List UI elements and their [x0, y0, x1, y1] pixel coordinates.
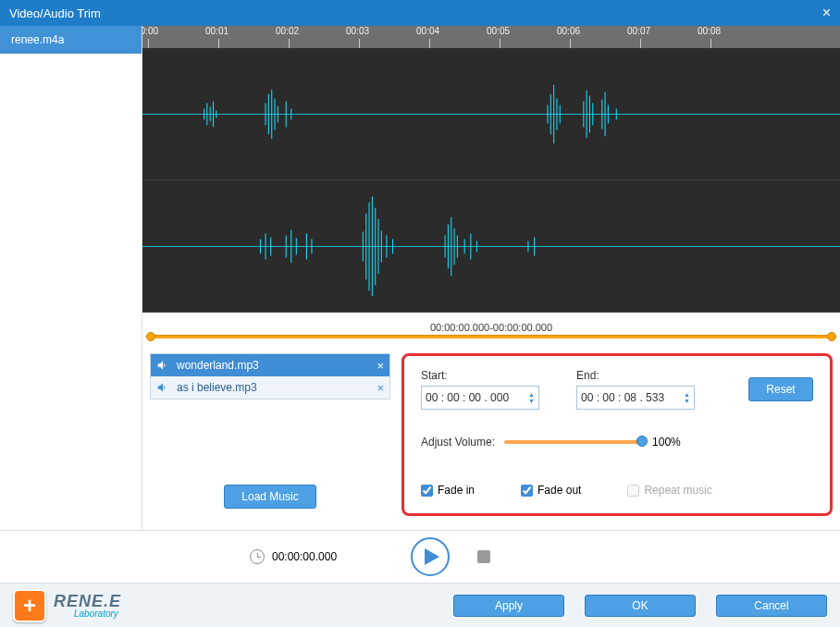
- fade-out-input[interactable]: [521, 485, 533, 497]
- speaker-icon: [156, 359, 169, 372]
- speaker-icon: [156, 381, 169, 394]
- waveform-channel-left: [142, 48, 840, 180]
- svg-marker-52: [425, 548, 439, 565]
- playback-time: 00:00:00.000: [272, 550, 337, 563]
- music-item[interactable]: as i believe.mp3 ×: [151, 376, 389, 399]
- end-time-input[interactable]: 00 : 00 : 08 . 533 ▲▼: [576, 386, 695, 410]
- start-time-input[interactable]: 00 : 00 : 00 . 000 ▲▼: [421, 386, 539, 410]
- logo-badge-icon: +: [13, 589, 46, 622]
- ruler-tick: 00:02: [276, 26, 299, 36]
- sidebar-file-item[interactable]: renee.m4a: [0, 26, 142, 54]
- spinner-icon[interactable]: ▲▼: [684, 391, 690, 404]
- apply-button[interactable]: Apply: [453, 595, 564, 617]
- reset-button[interactable]: Reset: [748, 377, 813, 401]
- ruler-tick: 00:05: [487, 26, 510, 36]
- fade-in-input[interactable]: [421, 485, 433, 497]
- main-area: renee.m4a 00:00 00:01 00:02 00:03 00:04 …: [0, 26, 840, 531]
- footer-bar: + RENE.E Laboratory Apply OK Cancel: [0, 583, 840, 627]
- load-music-button[interactable]: Load Music: [224, 485, 316, 509]
- spinner-icon[interactable]: ▲▼: [528, 391, 535, 404]
- volume-slider-knob[interactable]: [636, 436, 648, 447]
- waveform-area[interactable]: [142, 48, 840, 313]
- window-title: Video/Audio Trim: [9, 6, 101, 20]
- play-icon: [425, 548, 439, 565]
- fade-in-label: Fade in: [438, 484, 475, 497]
- logo-text-sub: Laboratory: [74, 609, 121, 619]
- repeat-music-label: Repeat music: [644, 484, 711, 497]
- trim-range-label: 00:00:00.000-00:00:00.000: [150, 322, 833, 333]
- ruler-tick: 00:06: [557, 26, 580, 36]
- end-label: End:: [576, 369, 695, 382]
- timeline-ruler[interactable]: 00:00 00:01 00:02 00:03 00:04 00:05 00:0…: [142, 26, 840, 48]
- music-list: wonderland.mp3 × as i believe.mp3 ×: [150, 353, 390, 400]
- stop-button[interactable]: [477, 550, 490, 563]
- titlebar: Video/Audio Trim ×: [0, 0, 840, 26]
- start-label: Start:: [421, 369, 539, 382]
- repeat-music-input: [627, 485, 639, 497]
- volume-value: 100%: [652, 436, 681, 449]
- music-item[interactable]: wonderland.mp3 ×: [151, 354, 389, 376]
- close-icon[interactable]: ×: [822, 5, 831, 21]
- clock-icon: [250, 549, 265, 564]
- volume-slider[interactable]: [504, 440, 643, 444]
- end-time-value: 00 : 00 : 08 . 533: [581, 391, 664, 404]
- brand-logo: + RENE.E Laboratory: [13, 589, 121, 622]
- volume-label: Adjust Volume:: [421, 436, 495, 449]
- content-area: 00:00 00:01 00:02 00:03 00:04 00:05 00:0…: [142, 26, 840, 530]
- trim-range-handle-end[interactable]: [827, 332, 836, 341]
- ruler-tick: 00:07: [627, 26, 650, 36]
- start-time-value: 00 : 00 : 00 . 000: [426, 391, 509, 404]
- trim-range-handle-start[interactable]: [146, 332, 155, 341]
- ruler-tick: 00:00: [142, 26, 158, 36]
- lower-panel: wonderland.mp3 × as i believe.mp3 × Load…: [142, 353, 840, 516]
- play-button[interactable]: [411, 537, 450, 576]
- music-column: wonderland.mp3 × as i believe.mp3 × Load…: [150, 353, 390, 516]
- fade-out-checkbox[interactable]: Fade out: [521, 484, 581, 497]
- playback-time-display: 00:00:00.000: [250, 549, 337, 564]
- ruler-tick: 00:08: [698, 26, 721, 36]
- trim-range-track[interactable]: [150, 335, 833, 338]
- fade-in-checkbox[interactable]: Fade in: [421, 484, 475, 497]
- music-remove-icon[interactable]: ×: [377, 359, 384, 373]
- ruler-tick: 00:03: [346, 26, 369, 36]
- ruler-tick: 00:01: [205, 26, 229, 36]
- ok-button[interactable]: OK: [585, 595, 696, 617]
- ruler-tick: 00:04: [416, 26, 439, 36]
- logo-text-main: RENE.E: [54, 593, 121, 609]
- cancel-button[interactable]: Cancel: [716, 595, 827, 617]
- music-item-name: wonderland.mp3: [177, 359, 259, 372]
- music-remove-icon[interactable]: ×: [377, 381, 384, 395]
- waveform-channel-right: [142, 180, 840, 313]
- trim-range: 00:00:00.000-00:00:00.000: [142, 322, 840, 338]
- music-item-name: as i believe.mp3: [177, 381, 257, 394]
- fade-out-label: Fade out: [537, 484, 581, 497]
- playback-bar: 00:00:00.000: [0, 531, 840, 583]
- repeat-music-checkbox: Repeat music: [627, 484, 711, 497]
- file-sidebar: renee.m4a: [0, 26, 142, 530]
- trim-settings-panel: Start: 00 : 00 : 00 . 000 ▲▼ End: 00 : 0…: [401, 353, 833, 516]
